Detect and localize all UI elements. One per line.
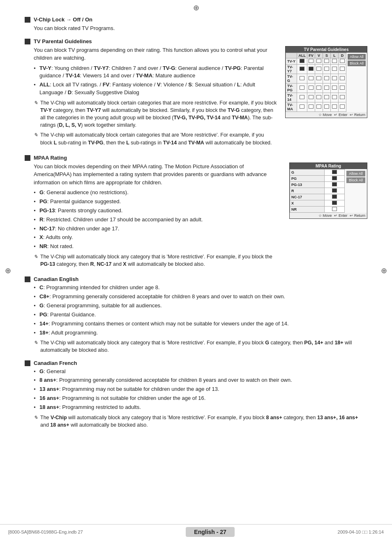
section-header-vchip: V-Chip Lock → Off / On bbox=[25, 16, 367, 23]
mpaa-label-x: X bbox=[290, 200, 325, 206]
tv-check-tvg-all[interactable] bbox=[297, 74, 307, 83]
note-icon-can-en: ✎ bbox=[34, 339, 38, 346]
tv-check-tv14-s[interactable] bbox=[323, 93, 330, 102]
footer-left: [8000-SA]BN68-01988G-Eng.indb 27 bbox=[8, 529, 83, 534]
tv-check-tv14-d[interactable] bbox=[338, 93, 346, 102]
tv-check-tvg-fv[interactable] bbox=[307, 74, 315, 83]
tv-check-tvy-v[interactable] bbox=[315, 58, 323, 64]
tv-check-tvg-s[interactable] bbox=[323, 74, 330, 83]
tv-check-tvpg-d[interactable] bbox=[338, 83, 346, 93]
tv-check-tvy7-d[interactable] bbox=[338, 64, 346, 74]
tv-check-tvy-s[interactable] bbox=[323, 58, 330, 64]
tv-table-section: ALL FV V S L D TV-Y bbox=[286, 53, 346, 112]
tv-check-tvy7-l[interactable] bbox=[330, 64, 338, 74]
mpaa-box-title: MPAA Rating bbox=[290, 163, 367, 169]
can-fr-note: ✎ The V-Chip will automatically block an… bbox=[34, 414, 367, 429]
tv-check-tvg-d[interactable] bbox=[338, 74, 346, 83]
mpaa-check-r[interactable] bbox=[325, 188, 345, 194]
mpaa-check-x[interactable] bbox=[325, 200, 345, 206]
can-en-bullet-14: 14+: Programming contains themes or cont… bbox=[34, 320, 367, 328]
tv-check-tv14-fv[interactable] bbox=[307, 93, 315, 102]
tv-check-tvy7-fv[interactable] bbox=[307, 64, 315, 74]
mpaa-bullet-nc17: NC-17: No children under age 17. bbox=[34, 225, 281, 233]
mpaa-row-nr: NR bbox=[290, 206, 345, 212]
tv-check-tvpg-fv[interactable] bbox=[307, 83, 315, 93]
tv-check-tvy-d[interactable] bbox=[338, 58, 346, 64]
note-icon-can-fr: ✎ bbox=[34, 414, 38, 421]
mpaa-bullet-r: R: Restricted. Children under 17 should … bbox=[34, 216, 281, 224]
mpaa-label-pg13: PG-13 bbox=[290, 181, 325, 188]
mpaa-section-text: You can block movies depending on their … bbox=[25, 163, 281, 271]
tv-label-tvy: TV-Y bbox=[286, 58, 297, 64]
can-en-bullet-18: 18+: Adult programming. bbox=[34, 329, 367, 337]
mpaa-bullets: G: General audience (no restrictions). P… bbox=[34, 189, 281, 251]
mpaa-block-all-button[interactable]: Block All bbox=[346, 177, 365, 183]
mpaa-label-g: G bbox=[290, 169, 325, 175]
footer-right: 2009-04-10 □□ 1:26:14 bbox=[338, 529, 384, 534]
tv-check-tvy7-s[interactable] bbox=[323, 64, 330, 74]
section-mpaa: MPAA Rating You can block movies dependi… bbox=[25, 155, 367, 271]
note-text-1: The V-Chip will automatically block cert… bbox=[40, 99, 277, 129]
mpaa-check-g[interactable] bbox=[325, 169, 345, 175]
tv-check-tvma-fv[interactable] bbox=[307, 102, 315, 111]
tv-check-tvy7-all[interactable] bbox=[297, 64, 307, 74]
tv-row-tvma: TV-MA bbox=[286, 102, 346, 111]
bullet-can-fr bbox=[25, 360, 30, 366]
mpaa-nav-enter: ↵ Enter bbox=[334, 214, 347, 218]
tv-check-tvpg-v[interactable] bbox=[315, 83, 323, 93]
tv-check-tvpg-l[interactable] bbox=[330, 83, 338, 93]
can-fr-bullets: G: General 8 ans+: Programming generally… bbox=[34, 368, 367, 411]
note-icon-mpaa: ✎ bbox=[34, 253, 38, 260]
can-fr-bullet-8: 8 ans+: Programming generally considered… bbox=[34, 376, 367, 384]
th-s: S bbox=[323, 53, 330, 58]
tv-block-all-button[interactable]: Block All bbox=[348, 60, 366, 66]
tv-check-tvma-d[interactable] bbox=[338, 102, 346, 111]
tv-check-tvma-all[interactable] bbox=[297, 102, 307, 111]
tv-check-tvma-l[interactable] bbox=[330, 102, 338, 111]
mpaa-section-row: You can block movies depending on their … bbox=[25, 163, 367, 271]
tv-section-text: You can block TV programs depending on t… bbox=[25, 46, 277, 149]
section-tv-parental: TV Parental Guidelines You can block TV … bbox=[25, 38, 367, 149]
mpaa-check-pg[interactable] bbox=[325, 175, 345, 181]
tv-check-tvy-l[interactable] bbox=[330, 58, 338, 64]
tv-table-header-row: ALL FV V S L D bbox=[286, 53, 346, 58]
mpaa-row-r: R bbox=[290, 188, 345, 194]
tv-check-tvpg-all[interactable] bbox=[297, 83, 307, 93]
tv-check-tvy-fv[interactable] bbox=[307, 58, 315, 64]
tv-check-tvma-v[interactable] bbox=[315, 102, 323, 111]
th-all: ALL bbox=[297, 53, 307, 58]
mpaa-check-nr[interactable] bbox=[325, 206, 345, 212]
tv-check-tvy7-v[interactable] bbox=[315, 64, 323, 74]
section-header-can-en: Canadian English bbox=[25, 276, 367, 282]
mpaa-box: MPAA Rating G PG bbox=[289, 163, 367, 219]
mpaa-row-x: X bbox=[290, 200, 345, 206]
tv-check-tv14-v[interactable] bbox=[315, 93, 323, 102]
note-text-mpaa: The V-Chip will automatically block any … bbox=[40, 253, 281, 268]
th-l: L bbox=[330, 53, 338, 58]
mpaa-bullet-x: X: Adults only. bbox=[34, 234, 281, 241]
tv-check-tv14-l[interactable] bbox=[330, 93, 338, 102]
tv-label-tvy7: TV-Y7 bbox=[286, 64, 297, 74]
tv-check-tv14-all[interactable] bbox=[297, 93, 307, 102]
tv-check-tvpg-s[interactable] bbox=[323, 83, 330, 93]
tv-guidelines-box: TV Parental Guidelines ALL FV V S bbox=[285, 46, 367, 118]
tv-label-tv14: TV-14 bbox=[286, 93, 297, 102]
tv-check-tvy-all[interactable] bbox=[297, 58, 307, 64]
section-header-mpaa: MPAA Rating bbox=[25, 155, 367, 161]
note-icon-2: ✎ bbox=[34, 132, 38, 139]
can-en-bullet-g: G: General programming, suitable for all… bbox=[34, 302, 367, 310]
bullet-can-en bbox=[25, 276, 30, 282]
mpaa-allow-all-button[interactable]: Allow All bbox=[346, 171, 365, 176]
mpaa-label-pg: PG bbox=[290, 175, 325, 181]
title-mpaa: MPAA Rating bbox=[34, 155, 67, 161]
mpaa-note-1: ✎ The V-Chip will automatically block an… bbox=[34, 253, 281, 268]
tv-check-tvma-s[interactable] bbox=[323, 102, 330, 111]
tv-allow-all-button[interactable]: Allow All bbox=[348, 54, 366, 60]
mpaa-check-nc17[interactable] bbox=[325, 194, 345, 200]
bullet-mpaa bbox=[25, 155, 30, 161]
mpaa-check-pg13[interactable] bbox=[325, 181, 345, 188]
section-header-tv: TV Parental Guidelines bbox=[25, 38, 367, 44]
tv-check-tvg-v[interactable] bbox=[315, 74, 323, 83]
tv-check-tvg-l[interactable] bbox=[330, 74, 338, 83]
bullet-tv bbox=[25, 39, 30, 44]
